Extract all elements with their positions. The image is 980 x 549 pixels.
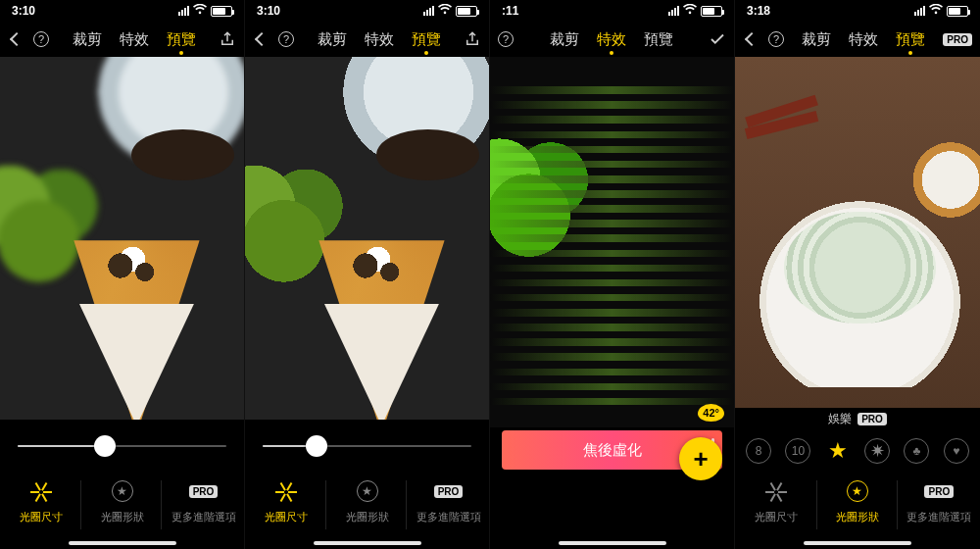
home-indicator[interactable] — [69, 541, 176, 545]
screen-2: 3:10 ? 裁剪特效預覽 光圈尺寸 ★ 光圈形狀 — [245, 0, 490, 549]
tool-aperture[interactable]: 光圈尺寸 — [245, 478, 325, 524]
pro-badge[interactable]: PRO — [943, 33, 972, 46]
tab-0[interactable]: 裁剪 — [550, 30, 579, 49]
aperture-slider-row — [245, 420, 489, 473]
tab-0[interactable]: 裁剪 — [318, 30, 347, 49]
help-icon[interactable]: ? — [33, 31, 49, 47]
aperture-icon — [28, 478, 54, 504]
tab-1[interactable]: 特效 — [365, 30, 394, 49]
image-area: 42° — [490, 57, 734, 427]
aperture-slider[interactable] — [18, 434, 226, 458]
tool-label: 光圈尺寸 — [20, 510, 63, 524]
photo-preview[interactable] — [735, 57, 980, 408]
star-circle-icon: ★ — [355, 478, 380, 504]
tab-2[interactable]: 預覽 — [167, 30, 196, 49]
signal-icon — [178, 6, 189, 16]
tab-0[interactable]: 裁剪 — [802, 30, 831, 49]
back-icon[interactable] — [8, 30, 25, 48]
help-icon[interactable]: ? — [498, 31, 514, 47]
battery-icon — [211, 6, 232, 17]
status-time: 3:10 — [12, 4, 35, 18]
pro-icon: PRO — [191, 478, 217, 504]
aperture-slider-row — [0, 420, 244, 473]
status-bar: 3:18 — [735, 0, 980, 22]
tool-aperture[interactable]: 光圈尺寸 — [735, 478, 816, 524]
home-indicator[interactable] — [314, 541, 421, 545]
aperture-slider[interactable] — [263, 434, 471, 458]
wifi-icon — [683, 4, 697, 18]
aperture-icon — [273, 478, 299, 504]
share-icon[interactable] — [464, 30, 481, 48]
tool-pro[interactable]: PRO 更多進階選項 — [408, 478, 488, 524]
shape-category-header: 娛樂 PRO — [735, 408, 980, 429]
slider-knob[interactable] — [94, 435, 116, 457]
shape-category-label: 娛樂 — [828, 411, 852, 427]
top-nav: ? 裁剪特效預覽 — [245, 22, 489, 57]
signal-icon — [914, 6, 925, 16]
tool-star-circle[interactable]: ★ 光圈形狀 — [326, 478, 407, 524]
star-circle-icon: ★ — [110, 478, 135, 504]
tab-1[interactable]: 特效 — [597, 30, 626, 49]
bottom-tools: 光圈尺寸 ★ 光圈形狀 PRO 更多進階選項 — [735, 473, 980, 549]
back-icon[interactable] — [743, 30, 760, 48]
tool-label: 光圈形狀 — [101, 510, 144, 524]
help-icon[interactable]: ? — [278, 31, 294, 47]
tool-star-circle[interactable]: ★ 光圈形狀 — [81, 478, 162, 524]
confirm-icon[interactable] — [709, 30, 726, 48]
shape-option-5[interactable]: ♥ — [944, 438, 969, 464]
status-bar: 3:10 — [245, 0, 489, 22]
bottom-tools: 光圈尺寸 ★ 光圈形狀 PRO 更多進階選項 — [245, 473, 489, 549]
tab-2[interactable]: 預覽 — [644, 30, 673, 49]
status-time: 3:10 — [257, 4, 280, 18]
tool-label: 光圈尺寸 — [755, 510, 798, 524]
photo-preview[interactable] — [245, 57, 489, 420]
tool-star-circle[interactable]: ★ 光圈形狀 — [817, 478, 899, 524]
back-icon[interactable] — [253, 30, 270, 48]
top-nav: ? 裁剪特效預覽 — [490, 22, 734, 57]
bottom-tools: 光圈尺寸 ★ 光圈形狀 PRO 更多進階選項 — [0, 473, 244, 549]
tab-2[interactable]: 預覽 — [412, 30, 441, 49]
top-nav: ? 裁剪特效預覽 — [0, 22, 244, 57]
signal-icon — [668, 6, 679, 16]
signal-icon — [423, 6, 434, 16]
help-icon[interactable]: ? — [768, 31, 784, 47]
tool-pro[interactable]: PRO 更多進階選項 — [163, 478, 243, 524]
battery-icon — [456, 6, 477, 17]
photo-preview[interactable] — [0, 57, 244, 420]
shape-option-4[interactable]: ♣ — [904, 438, 929, 464]
wifi-icon — [438, 4, 452, 18]
pro-badge: PRO — [858, 413, 887, 425]
add-effect-fab[interactable]: + — [679, 437, 722, 480]
tool-pro[interactable]: PRO 更多進階選項 — [899, 478, 980, 524]
shape-option-1[interactable]: 10 — [785, 438, 810, 464]
tab-0[interactable]: 裁剪 — [73, 30, 102, 49]
shape-option-3[interactable]: ✷ — [864, 438, 890, 464]
shape-option-0[interactable]: 8 — [746, 438, 771, 464]
top-nav: ? 裁剪特效預覽 PRO — [735, 22, 980, 57]
tool-label: 光圈形狀 — [346, 510, 389, 524]
tab-2[interactable]: 預覽 — [896, 30, 925, 49]
screen-4: 3:18 ? 裁剪特效預覽 PRO 娛樂 PRO810★✷♣♥ 光圈尺寸 ★ 光… — [735, 0, 980, 549]
aperture-icon — [763, 478, 789, 504]
tool-label: 光圈尺寸 — [265, 510, 308, 524]
image-area — [245, 57, 489, 420]
depth-preview[interactable] — [490, 57, 734, 427]
shape-options: 810★✷♣♥ — [735, 429, 980, 473]
tool-label: 更多進階選項 — [906, 510, 971, 524]
tab-1[interactable]: 特效 — [849, 30, 878, 49]
share-icon[interactable] — [219, 30, 236, 48]
star-circle-icon: ★ — [845, 478, 870, 504]
depth-angle-badge: 42° — [698, 404, 724, 422]
tool-aperture[interactable]: 光圈尺寸 — [0, 478, 80, 524]
home-indicator[interactable] — [804, 541, 911, 545]
shape-option-2[interactable]: ★ — [825, 438, 851, 464]
slider-knob[interactable] — [306, 435, 327, 457]
screen-1: 3:10 ? 裁剪特效預覽 光圈尺寸 ★ 光圈形狀 — [0, 0, 245, 549]
tab-1[interactable]: 特效 — [120, 30, 149, 49]
screen-3: :11 ? 裁剪特效預覽 42° 焦後虛化 + — [490, 0, 735, 549]
home-indicator[interactable] — [559, 541, 666, 545]
image-area — [735, 57, 980, 408]
pro-icon: PRO — [436, 478, 462, 504]
pro-icon: PRO — [926, 478, 952, 504]
status-time: :11 — [502, 4, 518, 18]
